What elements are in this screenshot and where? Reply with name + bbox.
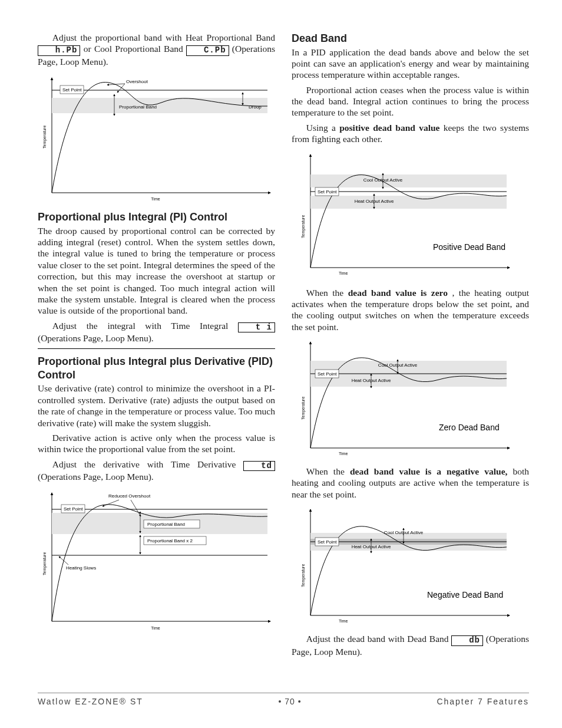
para-db-5: When the dead band value is a negative v…	[292, 466, 529, 500]
para-pi-body: The droop caused by proportional control…	[38, 225, 275, 317]
para-db-1: In a PID application the dead bands abov…	[292, 47, 529, 81]
text: When the	[306, 288, 348, 298]
param-ti: t i	[238, 322, 275, 332]
heading-pi: Proportional plus Integral (PI) Control	[38, 210, 275, 224]
xlabel: Time	[339, 619, 348, 623]
caption-positive: Positive Dead Band	[433, 242, 505, 252]
footer-page-number: • 70 •	[279, 697, 302, 707]
footer-left: Watlow EZ-ZONE® ST	[38, 697, 143, 707]
text: Adjust the dead band with Dead Band	[306, 634, 452, 644]
para-db-adjust: Adjust the dead band with Dead Band db (…	[292, 633, 529, 657]
caption-negative: Negative Dead Band	[427, 590, 503, 599]
para-db-3: Using a positive dead band value keeps t…	[292, 122, 529, 145]
figure-overshoot-droop: Set Point Overshoot Proportional Band Dr…	[38, 72, 275, 205]
svg-line-6	[117, 84, 125, 93]
para-db-4: When the dead band value is zero , the h…	[292, 287, 529, 333]
label-overshoot: Overshoot	[126, 79, 148, 84]
ylabel: Temperature	[301, 215, 306, 238]
param-db: db	[451, 635, 483, 645]
text: Adjust the derivative with Time Derivati…	[52, 459, 244, 469]
caption-zero: Zero Dead Band	[439, 423, 500, 432]
xlabel: Time	[339, 271, 348, 275]
text: (Operations Page, Loop Menu).	[38, 472, 154, 482]
label-reduced: Reduced Overshoot	[108, 493, 151, 499]
text: or Cool Proportional Band	[84, 44, 186, 54]
xlabel: Time	[151, 197, 160, 201]
figure-zero-db: Set Point Cool Output Active Heat Output…	[292, 337, 529, 461]
page-footer: Watlow EZ-ZONE® ST • 70 • Chapter 7 Feat…	[38, 693, 529, 707]
param-td: td	[243, 461, 275, 471]
svg-line-21	[59, 556, 68, 565]
text: When the	[306, 466, 350, 476]
ylabel: Temperature	[42, 126, 47, 149]
heading-pid: Proportional plus Integral plus Derivati…	[38, 355, 275, 381]
text: (Operations Page, Loop Menu).	[38, 333, 154, 343]
ylabel: Temperature	[301, 397, 306, 420]
ylabel: Temperature	[42, 552, 47, 575]
figure-positive-db: Set Point Cool Output Active Heat Output…	[292, 150, 529, 282]
label-pb: Proportional Band	[119, 104, 157, 110]
label-set-point: Set Point	[64, 506, 83, 512]
text: Using a	[306, 123, 339, 133]
label-pb: Proportional Band	[147, 522, 185, 527]
label-set-point: Set Point	[318, 539, 337, 545]
text: Adjust the integral with Time Integral	[52, 321, 238, 331]
para-pid-2: Derivative action is active only when th…	[38, 432, 275, 455]
footer-right: Chapter 7 Features	[437, 697, 529, 707]
text-bold: positive dead band value	[339, 123, 439, 133]
label-pb2: Proportional Band x 2	[147, 538, 193, 543]
label-droop: Droop	[249, 104, 262, 110]
para-adjust-pb: Adjust the proportional band with Heat P…	[38, 32, 275, 67]
ylabel: Temperature	[301, 564, 306, 587]
figure-negative-db: Set Point Cool Output Active Heat Output…	[292, 505, 529, 628]
svg-rect-24	[310, 174, 507, 187]
xlabel: Time	[151, 626, 160, 630]
para-pid-1: Use derivative (rate) control to minimiz…	[38, 383, 275, 429]
svg-rect-2	[52, 98, 267, 113]
para-pi-adjust: Adjust the integral with Time Integral t…	[38, 320, 275, 344]
xlabel: Time	[339, 452, 348, 456]
heading-dead-band: Dead Band	[292, 32, 529, 45]
param-cpb: C.Pb	[186, 45, 229, 55]
label-set-point: Set Point	[318, 189, 337, 195]
text-bold: dead band value is zero	[348, 288, 448, 298]
label-set-point: Set Point	[318, 371, 337, 377]
figure-pid: Set Point Reduced Overshoot Proportional…	[38, 487, 275, 634]
text-bold: dead band value is a negative value,	[350, 466, 508, 476]
param-hpb: h.Pb	[38, 45, 80, 55]
svg-rect-33	[310, 374, 507, 387]
para-db-2: Proportional action ceases when the proc…	[292, 84, 529, 118]
text: Adjust the proportional band with Heat P…	[52, 32, 275, 42]
label-slows: Heating Slows	[66, 565, 96, 571]
para-pid-3: Adjust the derivative with Time Derivati…	[38, 459, 275, 483]
svg-rect-25	[310, 196, 507, 209]
label-set-point: Set Point	[62, 87, 82, 93]
divider	[38, 348, 275, 349]
